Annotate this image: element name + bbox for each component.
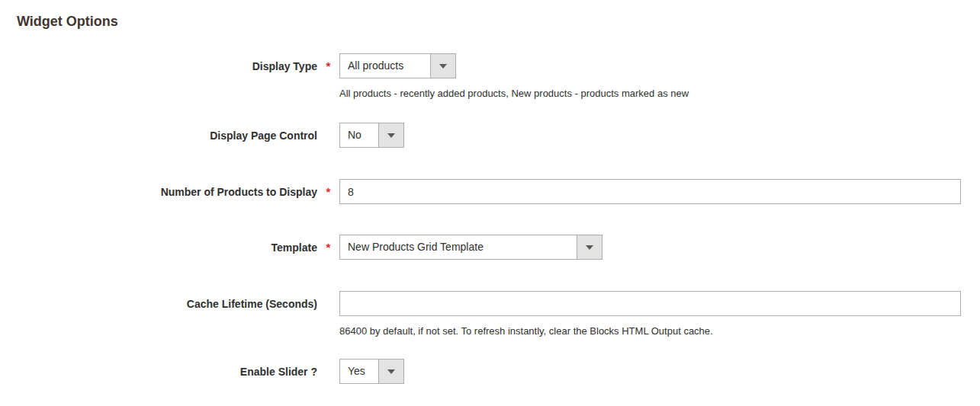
field-row-enable-slider: Enable Slider ? Yes (0, 359, 980, 384)
template-dropdown-button[interactable] (577, 235, 602, 259)
template-label: Template (272, 241, 317, 254)
products-count-label: Number of Products to Display (161, 186, 317, 198)
display-type-select-value: All products (340, 54, 430, 78)
page-title: Widget Options (0, 0, 980, 30)
field-row-template: Template * New Products Grid Template (0, 235, 980, 260)
caret-down-icon (387, 133, 395, 138)
display-type-dropdown-button[interactable] (430, 54, 455, 78)
required-asterisk: * (326, 185, 331, 198)
enable-slider-label: Enable Slider ? (240, 366, 317, 378)
enable-slider-select-value: Yes (340, 360, 378, 383)
field-row-cache-lifetime: Cache Lifetime (Seconds) 86400 by defaul… (0, 291, 980, 337)
required-asterisk: * (326, 241, 331, 254)
template-select-value: New Products Grid Template (340, 235, 577, 259)
display-type-note: All products - recently added products, … (339, 88, 961, 100)
cache-lifetime-label: Cache Lifetime (Seconds) (187, 298, 317, 310)
display-page-control-select[interactable]: No (339, 123, 404, 148)
cache-lifetime-note: 86400 by default, if not set. To refresh… (339, 325, 961, 337)
widget-options-panel: Widget Options Display Type * All produc… (0, 0, 980, 406)
display-page-control-label: Display Page Control (210, 129, 317, 142)
field-row-display-page-control: Display Page Control No (0, 123, 980, 148)
caret-down-icon (387, 369, 395, 374)
enable-slider-dropdown-button[interactable] (378, 360, 403, 383)
field-row-products-count: Number of Products to Display * (0, 179, 980, 204)
caret-down-icon (439, 64, 447, 69)
field-row-display-type: Display Type * All products All products… (0, 53, 980, 100)
cache-lifetime-input[interactable] (339, 291, 961, 316)
display-page-control-select-value: No (340, 123, 378, 147)
required-asterisk: * (326, 59, 331, 72)
enable-slider-select[interactable]: Yes (339, 359, 404, 384)
products-count-input[interactable] (339, 179, 961, 204)
display-page-control-dropdown-button[interactable] (378, 123, 403, 147)
display-type-select[interactable]: All products (339, 53, 456, 78)
template-select[interactable]: New Products Grid Template (339, 235, 602, 260)
caret-down-icon (586, 245, 593, 250)
display-type-label: Display Type (252, 60, 317, 72)
